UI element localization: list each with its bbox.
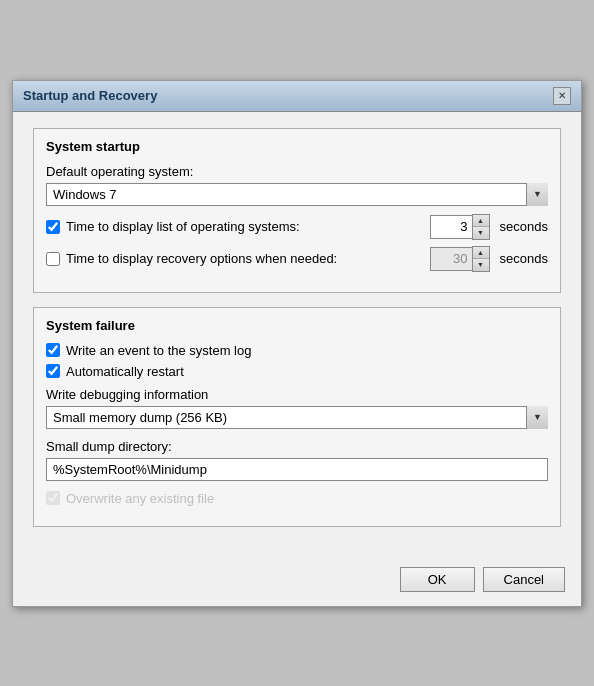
ok-button[interactable]: OK [400,567,475,592]
auto-restart-label: Automatically restart [66,364,184,379]
system-startup-title: System startup [46,139,548,154]
system-failure-title: System failure [46,318,548,333]
write-event-row: Write an event to the system log [46,343,548,358]
default-os-select[interactable]: Windows 7 [46,183,548,206]
display-list-value-input[interactable]: 3 [430,215,472,239]
display-recovery-up-btn[interactable]: ▲ [473,247,489,259]
dump-dir-input[interactable]: %SystemRoot%\Minidump [46,458,548,481]
display-recovery-seconds: seconds [500,251,548,266]
display-list-down-btn[interactable]: ▼ [473,227,489,239]
display-recovery-down-btn[interactable]: ▼ [473,259,489,271]
system-failure-section: System failure Write an event to the sys… [33,307,561,527]
debug-info-group: Write debugging information Small memory… [46,387,548,429]
default-os-group: Default operating system: Windows 7 [46,164,548,206]
dump-dir-group: Small dump directory: %SystemRoot%\Minid… [46,439,548,481]
debug-info-label: Write debugging information [46,387,548,402]
display-list-row: Time to display list of operating system… [46,214,548,240]
write-event-checkbox[interactable] [46,343,60,357]
default-os-label: Default operating system: [46,164,548,179]
default-os-select-wrapper: Windows 7 [46,183,548,206]
display-list-label: Time to display list of operating system… [66,219,424,234]
display-list-up-btn[interactable]: ▲ [473,215,489,227]
debug-info-select-wrapper: Small memory dump (256 KB) Kernel memory… [46,406,548,429]
write-event-label: Write an event to the system log [66,343,251,358]
title-bar-controls: ✕ [553,87,571,105]
system-startup-section: System startup Default operating system:… [33,128,561,293]
dialog-title: Startup and Recovery [23,88,157,103]
display-list-checkbox[interactable] [46,220,60,234]
display-recovery-checkbox[interactable] [46,252,60,266]
display-list-spinner: 3 ▲ ▼ [430,214,490,240]
display-recovery-value-input[interactable]: 30 [430,247,472,271]
cancel-button[interactable]: Cancel [483,567,565,592]
display-recovery-spinner-buttons: ▲ ▼ [472,246,490,272]
title-bar: Startup and Recovery ✕ [13,81,581,112]
display-list-seconds: seconds [500,219,548,234]
overwrite-checkbox[interactable] [46,491,60,505]
debug-info-select[interactable]: Small memory dump (256 KB) Kernel memory… [46,406,548,429]
auto-restart-checkbox[interactable] [46,364,60,378]
display-recovery-label: Time to display recovery options when ne… [66,251,424,266]
display-recovery-spinner: 30 ▲ ▼ [430,246,490,272]
overwrite-label: Overwrite any existing file [66,491,214,506]
dialog-content: System startup Default operating system:… [13,112,581,557]
startup-recovery-dialog: Startup and Recovery ✕ System startup De… [12,80,582,607]
auto-restart-row: Automatically restart [46,364,548,379]
dump-dir-label: Small dump directory: [46,439,548,454]
dialog-footer: OK Cancel [13,557,581,606]
display-recovery-row: Time to display recovery options when ne… [46,246,548,272]
display-list-spinner-buttons: ▲ ▼ [472,214,490,240]
overwrite-row: Overwrite any existing file [46,491,548,506]
close-button[interactable]: ✕ [553,87,571,105]
